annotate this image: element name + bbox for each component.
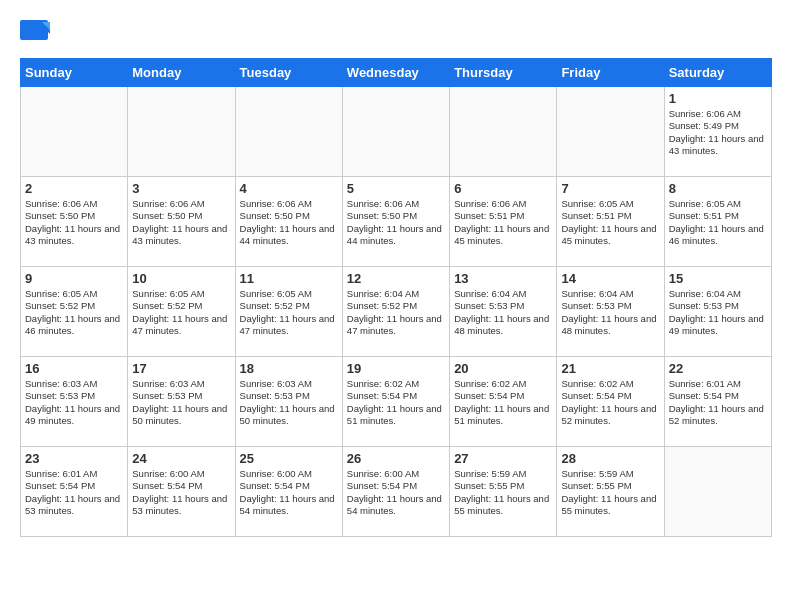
day-info: Sunrise: 6:05 AMSunset: 5:52 PMDaylight:… bbox=[132, 288, 230, 337]
day-info: Sunrise: 6:01 AMSunset: 5:54 PMDaylight:… bbox=[669, 378, 767, 427]
day-info: Sunrise: 6:04 AMSunset: 5:52 PMDaylight:… bbox=[347, 288, 445, 337]
day-number: 5 bbox=[347, 181, 445, 196]
day-info: Sunrise: 6:06 AMSunset: 5:50 PMDaylight:… bbox=[240, 198, 338, 247]
calendar-week-row: 9Sunrise: 6:05 AMSunset: 5:52 PMDaylight… bbox=[21, 267, 772, 357]
calendar-day-cell: 13Sunrise: 6:04 AMSunset: 5:53 PMDayligh… bbox=[450, 267, 557, 357]
day-info: Sunrise: 6:04 AMSunset: 5:53 PMDaylight:… bbox=[454, 288, 552, 337]
weekday-header: Sunday bbox=[21, 59, 128, 87]
day-info: Sunrise: 6:05 AMSunset: 5:52 PMDaylight:… bbox=[240, 288, 338, 337]
calendar-day-cell: 15Sunrise: 6:04 AMSunset: 5:53 PMDayligh… bbox=[664, 267, 771, 357]
calendar-day-cell: 21Sunrise: 6:02 AMSunset: 5:54 PMDayligh… bbox=[557, 357, 664, 447]
calendar-day-cell: 9Sunrise: 6:05 AMSunset: 5:52 PMDaylight… bbox=[21, 267, 128, 357]
calendar-day-cell bbox=[557, 87, 664, 177]
calendar-day-cell: 20Sunrise: 6:02 AMSunset: 5:54 PMDayligh… bbox=[450, 357, 557, 447]
day-info: Sunrise: 6:00 AMSunset: 5:54 PMDaylight:… bbox=[132, 468, 230, 517]
day-info: Sunrise: 6:06 AMSunset: 5:50 PMDaylight:… bbox=[347, 198, 445, 247]
day-number: 17 bbox=[132, 361, 230, 376]
day-info: Sunrise: 5:59 AMSunset: 5:55 PMDaylight:… bbox=[561, 468, 659, 517]
day-number: 7 bbox=[561, 181, 659, 196]
calendar-header-row: SundayMondayTuesdayWednesdayThursdayFrid… bbox=[21, 59, 772, 87]
calendar-day-cell bbox=[128, 87, 235, 177]
calendar-day-cell: 26Sunrise: 6:00 AMSunset: 5:54 PMDayligh… bbox=[342, 447, 449, 537]
day-number: 2 bbox=[25, 181, 123, 196]
day-number: 4 bbox=[240, 181, 338, 196]
day-info: Sunrise: 6:03 AMSunset: 5:53 PMDaylight:… bbox=[240, 378, 338, 427]
day-info: Sunrise: 6:00 AMSunset: 5:54 PMDaylight:… bbox=[347, 468, 445, 517]
day-info: Sunrise: 5:59 AMSunset: 5:55 PMDaylight:… bbox=[454, 468, 552, 517]
calendar-table: SundayMondayTuesdayWednesdayThursdayFrid… bbox=[20, 58, 772, 537]
day-number: 9 bbox=[25, 271, 123, 286]
page-header bbox=[20, 20, 772, 48]
day-number: 12 bbox=[347, 271, 445, 286]
day-number: 15 bbox=[669, 271, 767, 286]
day-info: Sunrise: 6:06 AMSunset: 5:51 PMDaylight:… bbox=[454, 198, 552, 247]
weekday-header: Wednesday bbox=[342, 59, 449, 87]
logo bbox=[20, 20, 54, 48]
day-number: 16 bbox=[25, 361, 123, 376]
day-info: Sunrise: 6:06 AMSunset: 5:50 PMDaylight:… bbox=[132, 198, 230, 247]
day-number: 10 bbox=[132, 271, 230, 286]
weekday-header: Thursday bbox=[450, 59, 557, 87]
day-number: 21 bbox=[561, 361, 659, 376]
calendar-day-cell bbox=[21, 87, 128, 177]
day-number: 20 bbox=[454, 361, 552, 376]
calendar-day-cell: 22Sunrise: 6:01 AMSunset: 5:54 PMDayligh… bbox=[664, 357, 771, 447]
day-info: Sunrise: 6:05 AMSunset: 5:52 PMDaylight:… bbox=[25, 288, 123, 337]
calendar-day-cell: 7Sunrise: 6:05 AMSunset: 5:51 PMDaylight… bbox=[557, 177, 664, 267]
weekday-header: Saturday bbox=[664, 59, 771, 87]
calendar-day-cell: 28Sunrise: 5:59 AMSunset: 5:55 PMDayligh… bbox=[557, 447, 664, 537]
day-info: Sunrise: 6:05 AMSunset: 5:51 PMDaylight:… bbox=[669, 198, 767, 247]
logo-icon bbox=[20, 20, 50, 48]
calendar-day-cell: 17Sunrise: 6:03 AMSunset: 5:53 PMDayligh… bbox=[128, 357, 235, 447]
calendar-day-cell: 5Sunrise: 6:06 AMSunset: 5:50 PMDaylight… bbox=[342, 177, 449, 267]
day-info: Sunrise: 6:02 AMSunset: 5:54 PMDaylight:… bbox=[347, 378, 445, 427]
calendar-day-cell bbox=[664, 447, 771, 537]
calendar-day-cell: 3Sunrise: 6:06 AMSunset: 5:50 PMDaylight… bbox=[128, 177, 235, 267]
day-number: 1 bbox=[669, 91, 767, 106]
day-info: Sunrise: 6:01 AMSunset: 5:54 PMDaylight:… bbox=[25, 468, 123, 517]
calendar-day-cell: 14Sunrise: 6:04 AMSunset: 5:53 PMDayligh… bbox=[557, 267, 664, 357]
calendar-day-cell: 11Sunrise: 6:05 AMSunset: 5:52 PMDayligh… bbox=[235, 267, 342, 357]
day-number: 13 bbox=[454, 271, 552, 286]
calendar-day-cell: 25Sunrise: 6:00 AMSunset: 5:54 PMDayligh… bbox=[235, 447, 342, 537]
day-number: 24 bbox=[132, 451, 230, 466]
calendar-day-cell: 27Sunrise: 5:59 AMSunset: 5:55 PMDayligh… bbox=[450, 447, 557, 537]
calendar-week-row: 2Sunrise: 6:06 AMSunset: 5:50 PMDaylight… bbox=[21, 177, 772, 267]
calendar-day-cell: 12Sunrise: 6:04 AMSunset: 5:52 PMDayligh… bbox=[342, 267, 449, 357]
calendar-week-row: 1Sunrise: 6:06 AMSunset: 5:49 PMDaylight… bbox=[21, 87, 772, 177]
day-number: 18 bbox=[240, 361, 338, 376]
day-number: 23 bbox=[25, 451, 123, 466]
calendar-day-cell: 10Sunrise: 6:05 AMSunset: 5:52 PMDayligh… bbox=[128, 267, 235, 357]
calendar-day-cell: 4Sunrise: 6:06 AMSunset: 5:50 PMDaylight… bbox=[235, 177, 342, 267]
calendar-day-cell: 16Sunrise: 6:03 AMSunset: 5:53 PMDayligh… bbox=[21, 357, 128, 447]
day-info: Sunrise: 6:03 AMSunset: 5:53 PMDaylight:… bbox=[25, 378, 123, 427]
day-info: Sunrise: 6:00 AMSunset: 5:54 PMDaylight:… bbox=[240, 468, 338, 517]
calendar-week-row: 23Sunrise: 6:01 AMSunset: 5:54 PMDayligh… bbox=[21, 447, 772, 537]
calendar-day-cell: 1Sunrise: 6:06 AMSunset: 5:49 PMDaylight… bbox=[664, 87, 771, 177]
calendar-week-row: 16Sunrise: 6:03 AMSunset: 5:53 PMDayligh… bbox=[21, 357, 772, 447]
day-number: 26 bbox=[347, 451, 445, 466]
calendar-day-cell bbox=[235, 87, 342, 177]
day-info: Sunrise: 6:02 AMSunset: 5:54 PMDaylight:… bbox=[454, 378, 552, 427]
weekday-header: Tuesday bbox=[235, 59, 342, 87]
day-info: Sunrise: 6:06 AMSunset: 5:49 PMDaylight:… bbox=[669, 108, 767, 157]
day-info: Sunrise: 6:06 AMSunset: 5:50 PMDaylight:… bbox=[25, 198, 123, 247]
calendar-day-cell: 19Sunrise: 6:02 AMSunset: 5:54 PMDayligh… bbox=[342, 357, 449, 447]
calendar-day-cell bbox=[450, 87, 557, 177]
day-number: 28 bbox=[561, 451, 659, 466]
day-number: 11 bbox=[240, 271, 338, 286]
day-info: Sunrise: 6:02 AMSunset: 5:54 PMDaylight:… bbox=[561, 378, 659, 427]
day-info: Sunrise: 6:04 AMSunset: 5:53 PMDaylight:… bbox=[561, 288, 659, 337]
day-number: 25 bbox=[240, 451, 338, 466]
calendar-day-cell: 24Sunrise: 6:00 AMSunset: 5:54 PMDayligh… bbox=[128, 447, 235, 537]
calendar-day-cell bbox=[342, 87, 449, 177]
day-number: 19 bbox=[347, 361, 445, 376]
calendar-day-cell: 2Sunrise: 6:06 AMSunset: 5:50 PMDaylight… bbox=[21, 177, 128, 267]
calendar-day-cell: 18Sunrise: 6:03 AMSunset: 5:53 PMDayligh… bbox=[235, 357, 342, 447]
calendar-day-cell: 6Sunrise: 6:06 AMSunset: 5:51 PMDaylight… bbox=[450, 177, 557, 267]
day-number: 3 bbox=[132, 181, 230, 196]
day-number: 14 bbox=[561, 271, 659, 286]
day-info: Sunrise: 6:04 AMSunset: 5:53 PMDaylight:… bbox=[669, 288, 767, 337]
day-number: 22 bbox=[669, 361, 767, 376]
day-number: 8 bbox=[669, 181, 767, 196]
